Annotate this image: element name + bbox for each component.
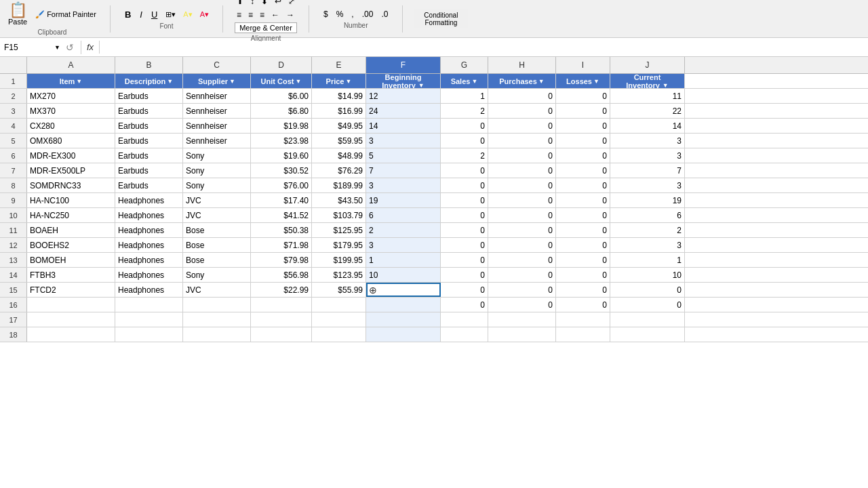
cell-price-3[interactable]: $16.99 xyxy=(312,104,366,118)
cell-cur-inv-2[interactable]: 11 xyxy=(610,89,685,103)
cell-supplier-4[interactable]: Sennheiser xyxy=(183,119,251,133)
cell-price-10[interactable]: $103.79 xyxy=(312,208,366,222)
align-top-button[interactable]: ⬆ xyxy=(234,0,246,7)
col-header-a[interactable]: A xyxy=(27,57,115,73)
unit-cost-dropdown-arrow[interactable]: ▼ xyxy=(295,78,301,85)
cell-purchases-12[interactable]: 0 xyxy=(488,238,556,252)
cell-cur-inv-8[interactable]: 3 xyxy=(610,178,685,192)
cell-losses-12[interactable]: 0 xyxy=(556,238,610,252)
cell-losses-18[interactable] xyxy=(556,327,610,342)
font-color-button[interactable]: A▾ xyxy=(197,9,212,20)
cell-losses-2[interactable]: 0 xyxy=(556,89,610,103)
align-bottom-button[interactable]: ⬇ xyxy=(258,0,271,7)
cell-unit-cost-2[interactable]: $6.00 xyxy=(251,89,312,103)
purchases-dropdown-arrow[interactable]: ▼ xyxy=(538,78,545,85)
cell-beg-inv-8[interactable]: 3 xyxy=(366,178,441,192)
cell-cur-inv-15[interactable]: 0 xyxy=(610,283,685,297)
border-button[interactable]: ⊞▾ xyxy=(163,9,178,20)
cell-cur-inv-13[interactable]: 1 xyxy=(610,253,685,267)
cell-losses-15[interactable]: 0 xyxy=(556,283,610,297)
merge-center-button[interactable]: Merge & Center xyxy=(235,22,297,33)
cell-supplier-14[interactable]: Sony xyxy=(183,268,251,282)
cell-unit-cost-15[interactable]: $22.99 xyxy=(251,283,312,297)
cell-price-6[interactable]: $48.99 xyxy=(312,148,366,163)
cell-losses-10[interactable]: 0 xyxy=(556,208,610,222)
cell-desc-7[interactable]: Earbuds xyxy=(115,163,183,178)
cell-beg-inv-5[interactable]: 3 xyxy=(366,134,441,148)
cell-purchases-5[interactable]: 0 xyxy=(488,134,556,148)
cell-unit-cost-10[interactable]: $41.52 xyxy=(251,208,312,222)
cell-item-10[interactable]: HA-NC250 xyxy=(27,208,115,222)
col-header-b[interactable]: B xyxy=(115,57,183,73)
cell-supplier-8[interactable]: Sony xyxy=(183,178,251,192)
col-header-d[interactable]: D xyxy=(251,57,312,73)
col-header-i[interactable]: I xyxy=(556,57,610,73)
cell-item-14[interactable]: FTBH3 xyxy=(27,268,115,282)
cell-purchases-14[interactable]: 0 xyxy=(488,268,556,282)
align-center-button[interactable]: ≡ xyxy=(245,9,256,21)
cell-item-4[interactable]: CX280 xyxy=(27,119,115,133)
cell-unit-cost-16[interactable] xyxy=(251,298,312,312)
cell-cur-inv-12[interactable]: 3 xyxy=(610,238,685,252)
decrease-decimal-button[interactable]: .0 xyxy=(378,8,391,20)
cell-desc-11[interactable]: Headphones xyxy=(115,223,183,237)
cell-beg-inv-4[interactable]: 14 xyxy=(366,119,441,133)
cell-desc-4[interactable]: Earbuds xyxy=(115,119,183,133)
formula-input[interactable] xyxy=(100,41,868,54)
cell-desc-17[interactable] xyxy=(115,312,183,327)
cell-purchases-11[interactable]: 0 xyxy=(488,223,556,237)
cell-price-16[interactable] xyxy=(312,298,366,312)
cell-sales-10[interactable]: 0 xyxy=(441,208,488,222)
cell-desc-10[interactable]: Headphones xyxy=(115,208,183,222)
cell-desc-2[interactable]: Earbuds xyxy=(115,89,183,103)
cell-price-4[interactable]: $49.95 xyxy=(312,119,366,133)
cell-supplier-18[interactable] xyxy=(183,327,251,342)
cell-supplier-9[interactable]: JVC xyxy=(183,193,251,207)
cell-losses-5[interactable]: 0 xyxy=(556,134,610,148)
col-header-f[interactable]: F xyxy=(366,57,441,73)
cell-losses-7[interactable]: 0 xyxy=(556,163,610,178)
cell-supplier-12[interactable]: Bose xyxy=(183,238,251,252)
cell-sales-4[interactable]: 0 xyxy=(441,119,488,133)
col-header-h[interactable]: H xyxy=(488,57,556,73)
percent-button[interactable]: % xyxy=(333,8,347,20)
comma-button[interactable]: , xyxy=(348,8,357,20)
cell-sales-18[interactable] xyxy=(441,327,488,342)
cell-supplier-17[interactable] xyxy=(183,312,251,327)
cell-unit-cost-9[interactable]: $17.40 xyxy=(251,193,312,207)
cell-supplier-16[interactable] xyxy=(183,298,251,312)
cell-desc-15[interactable]: Headphones xyxy=(115,283,183,297)
cell-sales-5[interactable]: 0 xyxy=(441,134,488,148)
cell-purchases-16[interactable]: 0 xyxy=(488,298,556,312)
cell-item-9[interactable]: HA-NC100 xyxy=(27,193,115,207)
price-dropdown-arrow[interactable]: ▼ xyxy=(346,78,352,85)
format-painter-button[interactable]: 🖌️ Format Painter xyxy=(33,9,99,20)
cell-unit-cost-12[interactable]: $71.98 xyxy=(251,238,312,252)
cell-supplier-13[interactable]: Bose xyxy=(183,253,251,267)
sales-dropdown-arrow[interactable]: ▼ xyxy=(471,78,477,85)
col-header-j[interactable]: J xyxy=(610,57,685,73)
cell-price-7[interactable]: $76.29 xyxy=(312,163,366,178)
fill-color-button[interactable]: A▾ xyxy=(180,9,195,20)
cell-beg-inv-14[interactable]: 10 xyxy=(366,268,441,282)
cell-price-18[interactable] xyxy=(312,327,366,342)
cell-beg-inv-16[interactable] xyxy=(366,298,441,312)
cell-sales-6[interactable]: 2 xyxy=(441,148,488,163)
cell-price-8[interactable]: $189.99 xyxy=(312,178,366,192)
indent-decrease-button[interactable]: ← xyxy=(269,9,282,21)
cell-unit-cost-8[interactable]: $76.00 xyxy=(251,178,312,192)
cell-price-5[interactable]: $59.95 xyxy=(312,134,366,148)
cell-cur-inv-6[interactable]: 3 xyxy=(610,148,685,163)
supplier-dropdown-arrow[interactable]: ▼ xyxy=(229,78,235,85)
cell-beg-inv-9[interactable]: 19 xyxy=(366,193,441,207)
cell-unit-cost-11[interactable]: $50.38 xyxy=(251,223,312,237)
cell-price-13[interactable]: $199.95 xyxy=(312,253,366,267)
cell-cur-inv-18[interactable] xyxy=(610,327,685,342)
cur-inv-dropdown-arrow[interactable]: ▼ xyxy=(663,82,669,89)
cell-sales-13[interactable]: 0 xyxy=(441,253,488,267)
cell-losses-14[interactable]: 0 xyxy=(556,268,610,282)
cell-unit-cost-18[interactable] xyxy=(251,327,312,342)
cell-sales-7[interactable]: 0 xyxy=(441,163,488,178)
cell-price-14[interactable]: $123.95 xyxy=(312,268,366,282)
cell-sales-8[interactable]: 0 xyxy=(441,178,488,192)
